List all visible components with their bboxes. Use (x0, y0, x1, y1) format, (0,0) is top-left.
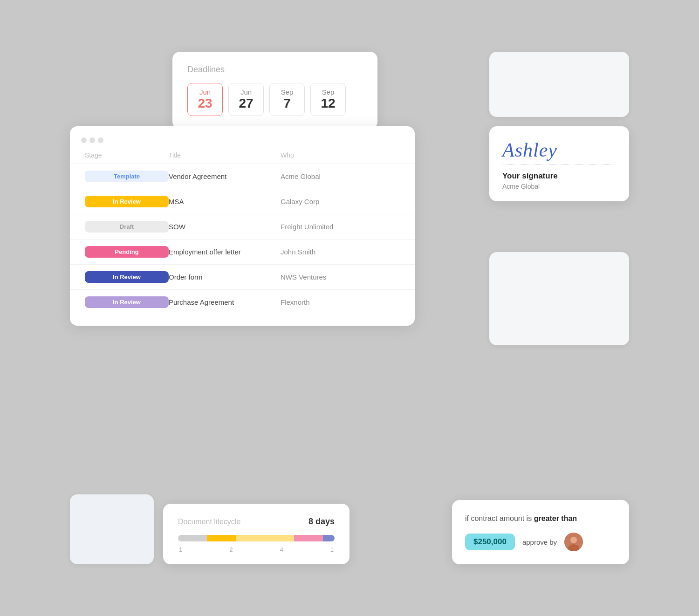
row-who-2: Galaxy Corp (281, 198, 400, 205)
deadlines-dates: Jun 23 Jun 27 Sep 7 Sep 12 (187, 83, 363, 116)
row-who-1: Acme Global (281, 172, 400, 180)
dot-2 (89, 137, 95, 143)
signature-divider (502, 164, 616, 165)
lifecycle-card: Document lifecycle 8 days 1 2 4 1 (163, 504, 350, 564)
approve-text: approve by (522, 538, 557, 546)
row-who-5: NWS Ventures (281, 273, 400, 281)
lifecycle-label-4: 1 (330, 546, 334, 553)
bar-seg-4 (294, 535, 323, 541)
col-title: Title (169, 151, 281, 159)
row-title-6: Purchase Agreement (169, 298, 281, 306)
bar-seg-3 (236, 535, 294, 541)
bar-seg-5 (323, 535, 335, 541)
amount-badge: $250,000 (465, 534, 515, 550)
bottom-left-small-card (70, 494, 154, 564)
table-row[interactable]: In Review Purchase Agreement Flexnorth (70, 289, 415, 315)
badge-pending: Pending (85, 246, 169, 258)
lifecycle-days: 8 days (308, 517, 335, 527)
dot-1 (81, 137, 87, 143)
date-box-3[interactable]: Sep 7 (269, 83, 305, 116)
row-title-5: Order form (169, 273, 281, 281)
approval-row: $250,000 approve by (465, 533, 616, 551)
main-table-card: Stage Title Who Template Vendor Agreemen… (70, 126, 415, 326)
bar-seg-2 (207, 535, 236, 541)
approval-text: if contract amount is greater than (465, 513, 616, 524)
deadlines-title: Deadlines (187, 65, 363, 75)
signature-card: Ashley Your signature Acme Global (489, 126, 629, 201)
table-row[interactable]: In Review MSA Galaxy Corp (70, 189, 415, 214)
approval-card: if contract amount is greater than $250,… (452, 500, 629, 564)
signature-label: Your signature (502, 171, 616, 181)
date-day-4: 12 (319, 96, 337, 111)
date-month-4: Sep (319, 88, 337, 96)
date-month-1: Jun (196, 88, 214, 96)
date-month-3: Sep (278, 88, 296, 96)
lifecycle-label-1: 1 (179, 546, 182, 553)
table-row[interactable]: Template Vendor Agreement Acme Global (70, 164, 415, 189)
lifecycle-label-2: 2 (229, 546, 233, 553)
lifecycle-labels: 1 2 4 1 (178, 546, 335, 553)
table-row[interactable]: Draft SOW Freight Unlimited (70, 214, 415, 239)
row-title-3: SOW (169, 223, 281, 231)
row-who-4: John Smith (281, 248, 400, 256)
col-who: Who (281, 151, 400, 159)
lifecycle-bar (178, 535, 335, 541)
badge-in-review-orange: In Review (85, 196, 169, 207)
avatar (564, 533, 583, 551)
date-day-1: 23 (196, 96, 214, 111)
badge-template: Template (85, 171, 169, 182)
mid-right-empty-card (489, 252, 629, 345)
signature-company: Acme Global (502, 183, 616, 190)
date-month-2: Jun (237, 88, 255, 96)
col-stage: Stage (85, 151, 169, 159)
lifecycle-title: Document lifecycle (178, 518, 240, 526)
deadlines-card: Deadlines Jun 23 Jun 27 Sep 7 Sep 12 (172, 52, 377, 129)
badge-in-review-blue: In Review (85, 271, 169, 283)
table-row[interactable]: Pending Employment offer letter John Smi… (70, 239, 415, 264)
date-box-2[interactable]: Jun 27 (228, 83, 264, 116)
lifecycle-label-3: 4 (280, 546, 283, 553)
row-title-1: Vendor Agreement (169, 172, 281, 180)
row-title-2: MSA (169, 198, 281, 205)
lifecycle-header: Document lifecycle 8 days (178, 517, 335, 527)
bar-seg-1 (178, 535, 207, 541)
date-box-4[interactable]: Sep 12 (310, 83, 346, 116)
table-row[interactable]: In Review Order form NWS Ventures (70, 264, 415, 289)
row-who-6: Flexnorth (281, 298, 400, 306)
row-who-3: Freight Unlimited (281, 223, 400, 231)
top-right-empty-card (489, 52, 629, 117)
table-header: Stage Title Who (70, 151, 415, 164)
badge-in-review-purple: In Review (85, 296, 169, 308)
approval-bold: greater than (534, 514, 577, 522)
svg-point-1 (570, 537, 577, 543)
dot-3 (98, 137, 103, 143)
date-box-1[interactable]: Jun 23 (187, 83, 223, 116)
date-day-3: 7 (278, 96, 296, 111)
date-day-2: 27 (237, 96, 255, 111)
row-title-4: Employment offer letter (169, 248, 281, 256)
signature-script: Ashley (502, 139, 616, 161)
browser-dots (70, 137, 415, 151)
badge-draft: Draft (85, 221, 169, 233)
